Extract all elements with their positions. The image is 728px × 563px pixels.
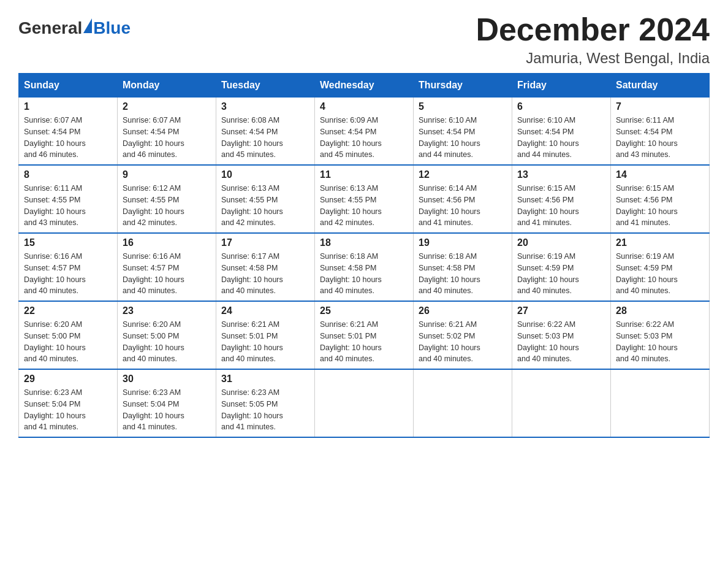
day-info: Sunrise: 6:23 AMSunset: 5:05 PMDaylight:… xyxy=(221,387,309,433)
day-number: 19 xyxy=(419,237,507,248)
col-wednesday: Wednesday xyxy=(315,74,414,98)
day-info: Sunrise: 6:13 AMSunset: 4:55 PMDaylight:… xyxy=(221,183,309,229)
calendar-week-row: 29Sunrise: 6:23 AMSunset: 5:04 PMDayligh… xyxy=(19,369,710,437)
table-row: 14Sunrise: 6:15 AMSunset: 4:56 PMDayligh… xyxy=(611,165,710,233)
day-info: Sunrise: 6:16 AMSunset: 4:57 PMDaylight:… xyxy=(24,251,112,297)
table-row: 11Sunrise: 6:13 AMSunset: 4:55 PMDayligh… xyxy=(315,165,414,233)
table-row: 3Sunrise: 6:08 AMSunset: 4:54 PMDaylight… xyxy=(216,98,315,166)
day-number: 11 xyxy=(320,169,408,180)
day-number: 12 xyxy=(419,169,507,180)
table-row: 15Sunrise: 6:16 AMSunset: 4:57 PMDayligh… xyxy=(19,233,118,301)
logo-general-text: General xyxy=(18,18,82,38)
day-number: 21 xyxy=(616,237,704,248)
page-header: General Blue December 2024 Jamuria, West… xyxy=(18,12,710,67)
calendar-week-row: 22Sunrise: 6:20 AMSunset: 5:00 PMDayligh… xyxy=(19,301,710,369)
day-info: Sunrise: 6:18 AMSunset: 4:58 PMDaylight:… xyxy=(419,251,507,297)
table-row: 7Sunrise: 6:11 AMSunset: 4:54 PMDaylight… xyxy=(611,98,710,166)
col-friday: Friday xyxy=(512,74,611,98)
table-row: 2Sunrise: 6:07 AMSunset: 4:54 PMDaylight… xyxy=(118,98,216,166)
table-row: 5Sunrise: 6:10 AMSunset: 4:54 PMDaylight… xyxy=(414,98,512,166)
table-row: 24Sunrise: 6:21 AMSunset: 5:01 PMDayligh… xyxy=(216,301,315,369)
day-info: Sunrise: 6:21 AMSunset: 5:02 PMDaylight:… xyxy=(419,319,507,365)
table-row: 6Sunrise: 6:10 AMSunset: 4:54 PMDaylight… xyxy=(512,98,611,166)
table-row: 26Sunrise: 6:21 AMSunset: 5:02 PMDayligh… xyxy=(414,301,512,369)
day-info: Sunrise: 6:14 AMSunset: 4:56 PMDaylight:… xyxy=(419,183,507,229)
day-info: Sunrise: 6:20 AMSunset: 5:00 PMDaylight:… xyxy=(24,319,112,365)
table-row: 27Sunrise: 6:22 AMSunset: 5:03 PMDayligh… xyxy=(512,301,611,369)
day-number: 6 xyxy=(517,101,605,112)
day-number: 27 xyxy=(517,305,605,316)
col-monday: Monday xyxy=(118,74,216,98)
calendar-week-row: 8Sunrise: 6:11 AMSunset: 4:55 PMDaylight… xyxy=(19,165,710,233)
day-info: Sunrise: 6:17 AMSunset: 4:58 PMDaylight:… xyxy=(221,251,309,297)
logo: General Blue xyxy=(18,18,131,38)
day-info: Sunrise: 6:12 AMSunset: 4:55 PMDaylight:… xyxy=(123,183,211,229)
day-number: 13 xyxy=(517,169,605,180)
day-info: Sunrise: 6:15 AMSunset: 4:56 PMDaylight:… xyxy=(616,183,704,229)
table-row xyxy=(315,369,414,437)
day-number: 1 xyxy=(24,101,112,112)
day-number: 25 xyxy=(320,305,408,316)
day-info: Sunrise: 6:11 AMSunset: 4:55 PMDaylight:… xyxy=(24,183,112,229)
day-number: 28 xyxy=(616,305,704,316)
table-row: 20Sunrise: 6:19 AMSunset: 4:59 PMDayligh… xyxy=(512,233,611,301)
table-row: 1Sunrise: 6:07 AMSunset: 4:54 PMDaylight… xyxy=(19,98,118,166)
col-sunday: Sunday xyxy=(19,74,118,98)
day-info: Sunrise: 6:09 AMSunset: 4:54 PMDaylight:… xyxy=(320,115,408,161)
month-title: December 2024 xyxy=(476,12,710,47)
day-info: Sunrise: 6:13 AMSunset: 4:55 PMDaylight:… xyxy=(320,183,408,229)
table-row: 31Sunrise: 6:23 AMSunset: 5:05 PMDayligh… xyxy=(216,369,315,437)
table-row xyxy=(611,369,710,437)
day-number: 22 xyxy=(24,305,112,316)
day-info: Sunrise: 6:11 AMSunset: 4:54 PMDaylight:… xyxy=(616,115,704,161)
day-number: 31 xyxy=(221,373,309,385)
day-info: Sunrise: 6:23 AMSunset: 5:04 PMDaylight:… xyxy=(123,387,211,433)
table-row: 22Sunrise: 6:20 AMSunset: 5:00 PMDayligh… xyxy=(19,301,118,369)
day-number: 15 xyxy=(24,237,112,248)
table-row xyxy=(512,369,611,437)
day-info: Sunrise: 6:07 AMSunset: 4:54 PMDaylight:… xyxy=(24,115,112,161)
logo-blue-text: Blue xyxy=(93,18,131,38)
calendar-week-row: 15Sunrise: 6:16 AMSunset: 4:57 PMDayligh… xyxy=(19,233,710,301)
table-row: 13Sunrise: 6:15 AMSunset: 4:56 PMDayligh… xyxy=(512,165,611,233)
day-number: 5 xyxy=(419,101,507,112)
day-number: 8 xyxy=(24,169,112,180)
day-info: Sunrise: 6:22 AMSunset: 5:03 PMDaylight:… xyxy=(517,319,605,365)
table-row: 30Sunrise: 6:23 AMSunset: 5:04 PMDayligh… xyxy=(118,369,216,437)
table-row: 29Sunrise: 6:23 AMSunset: 5:04 PMDayligh… xyxy=(19,369,118,437)
table-row: 25Sunrise: 6:21 AMSunset: 5:01 PMDayligh… xyxy=(315,301,414,369)
day-number: 20 xyxy=(517,237,605,248)
day-info: Sunrise: 6:15 AMSunset: 4:56 PMDaylight:… xyxy=(517,183,605,229)
day-number: 18 xyxy=(320,237,408,248)
calendar-header-row: Sunday Monday Tuesday Wednesday Thursday… xyxy=(19,74,710,98)
day-number: 9 xyxy=(123,169,211,180)
day-number: 3 xyxy=(221,101,309,112)
col-saturday: Saturday xyxy=(611,74,710,98)
table-row: 21Sunrise: 6:19 AMSunset: 4:59 PMDayligh… xyxy=(611,233,710,301)
day-info: Sunrise: 6:10 AMSunset: 4:54 PMDaylight:… xyxy=(517,115,605,161)
col-tuesday: Tuesday xyxy=(216,74,315,98)
table-row: 16Sunrise: 6:16 AMSunset: 4:57 PMDayligh… xyxy=(118,233,216,301)
day-info: Sunrise: 6:07 AMSunset: 4:54 PMDaylight:… xyxy=(123,115,211,161)
day-info: Sunrise: 6:20 AMSunset: 5:00 PMDaylight:… xyxy=(123,319,211,365)
day-number: 29 xyxy=(24,373,112,385)
table-row: 28Sunrise: 6:22 AMSunset: 5:03 PMDayligh… xyxy=(611,301,710,369)
col-thursday: Thursday xyxy=(414,74,512,98)
day-info: Sunrise: 6:21 AMSunset: 5:01 PMDaylight:… xyxy=(221,319,309,365)
calendar-table: Sunday Monday Tuesday Wednesday Thursday… xyxy=(18,73,710,438)
table-row: 12Sunrise: 6:14 AMSunset: 4:56 PMDayligh… xyxy=(414,165,512,233)
table-row: 18Sunrise: 6:18 AMSunset: 4:58 PMDayligh… xyxy=(315,233,414,301)
day-number: 10 xyxy=(221,169,309,180)
day-info: Sunrise: 6:16 AMSunset: 4:57 PMDaylight:… xyxy=(123,251,211,297)
table-row: 19Sunrise: 6:18 AMSunset: 4:58 PMDayligh… xyxy=(414,233,512,301)
day-number: 30 xyxy=(123,373,211,385)
table-row: 8Sunrise: 6:11 AMSunset: 4:55 PMDaylight… xyxy=(19,165,118,233)
day-info: Sunrise: 6:19 AMSunset: 4:59 PMDaylight:… xyxy=(517,251,605,297)
day-info: Sunrise: 6:23 AMSunset: 5:04 PMDaylight:… xyxy=(24,387,112,433)
day-info: Sunrise: 6:18 AMSunset: 4:58 PMDaylight:… xyxy=(320,251,408,297)
table-row: 4Sunrise: 6:09 AMSunset: 4:54 PMDaylight… xyxy=(315,98,414,166)
day-number: 4 xyxy=(320,101,408,112)
logo-triangle-icon xyxy=(83,18,92,33)
table-row: 17Sunrise: 6:17 AMSunset: 4:58 PMDayligh… xyxy=(216,233,315,301)
table-row xyxy=(414,369,512,437)
